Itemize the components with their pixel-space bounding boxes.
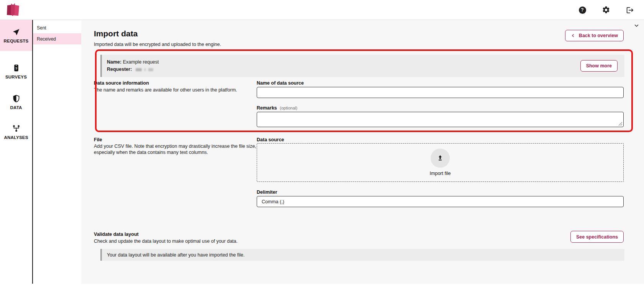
request-requester-line: Requester: xyxy=(107,66,159,73)
upload-circle-button[interactable] xyxy=(431,149,450,168)
see-specifications-button[interactable]: See specifications xyxy=(570,231,624,243)
validate-heading: Validate data layout xyxy=(94,232,139,237)
top-bar: ? xyxy=(0,0,644,20)
requester-redacted-value xyxy=(136,68,153,71)
layout-notice-box: Your data layout will be available after… xyxy=(100,249,624,261)
sidebar-item-label: REQUESTS xyxy=(4,39,29,43)
chevron-down-icon xyxy=(634,23,639,28)
data-source-info-description: The name and remarks are available for o… xyxy=(94,87,259,93)
primary-sidebar: REQUESTS ? SURVEYS DATA ANALYSES xyxy=(0,20,33,284)
request-name-label: Name: xyxy=(107,59,121,65)
file-description: Add your CSV file. Note that encryption … xyxy=(94,144,257,155)
name-of-data-source-input[interactable] xyxy=(257,87,624,98)
topbar-icon-group: ? xyxy=(578,0,634,20)
request-info-box: Name: Example request Requester: Show mo… xyxy=(100,55,624,77)
request-requester-label: Requester: xyxy=(107,67,132,72)
delimiter-selected-value: Comma (,) xyxy=(262,199,284,204)
layout-notice-text: Your data layout will be available after… xyxy=(107,252,244,258)
data-source-dropzone-label: Data source xyxy=(257,137,284,142)
file-dropzone[interactable]: Import file xyxy=(257,143,624,182)
app-logo-icon[interactable] xyxy=(6,2,20,18)
request-name-line: Name: Example request xyxy=(107,59,159,66)
remarks-optional-hint: (optional) xyxy=(280,106,297,110)
remarks-textarea[interactable] xyxy=(257,112,624,127)
sidebar-item-analyses[interactable]: ANALYSES xyxy=(0,117,32,147)
validate-description: Check and update the data layout to make… xyxy=(94,239,285,245)
sidebar-item-surveys[interactable]: ? SURVEYS xyxy=(0,56,32,87)
show-more-button[interactable]: Show more xyxy=(580,60,618,72)
chevron-left-icon xyxy=(571,33,575,38)
sidebar-item-requests[interactable]: REQUESTS xyxy=(0,20,32,51)
delimiter-select[interactable]: Comma (,) xyxy=(257,196,624,207)
sidebar-item-label: SURVEYS xyxy=(5,75,27,79)
main-content: Import data Imported data will be encryp… xyxy=(81,20,644,284)
subnav-item-received[interactable]: Received xyxy=(33,33,81,44)
back-to-overview-button[interactable]: Back to overview xyxy=(565,30,624,41)
page-title: Import data xyxy=(94,29,138,38)
logout-icon[interactable] xyxy=(626,6,634,14)
sidebar-item-label: ANALYSES xyxy=(4,135,28,140)
paper-plane-icon xyxy=(12,28,20,36)
help-icon[interactable]: ? xyxy=(578,6,587,14)
clipboard-question-icon: ? xyxy=(12,64,20,72)
upload-icon xyxy=(436,154,444,162)
sidebar-item-data[interactable]: DATA xyxy=(0,87,32,118)
request-name-value: Example request xyxy=(123,59,159,65)
name-of-data-source-label: Name of data source xyxy=(257,80,304,86)
import-file-label: Import file xyxy=(430,171,451,176)
sidebar-item-label: DATA xyxy=(10,105,22,110)
network-nodes-icon xyxy=(12,124,20,132)
settings-gear-icon[interactable] xyxy=(602,6,610,14)
shield-icon xyxy=(12,95,20,103)
page-subtitle: Imported data will be encrypted and uplo… xyxy=(94,42,221,47)
delimiter-label: Delimiter xyxy=(257,190,277,195)
secondary-sidebar: Sent Received xyxy=(33,20,81,284)
svg-text:?: ? xyxy=(15,66,17,70)
data-source-info-heading: Data source information xyxy=(94,80,149,86)
remarks-label: Remarks (optional) xyxy=(257,105,297,111)
subnav-item-sent[interactable]: Sent xyxy=(33,22,81,33)
file-heading: File xyxy=(94,137,102,142)
